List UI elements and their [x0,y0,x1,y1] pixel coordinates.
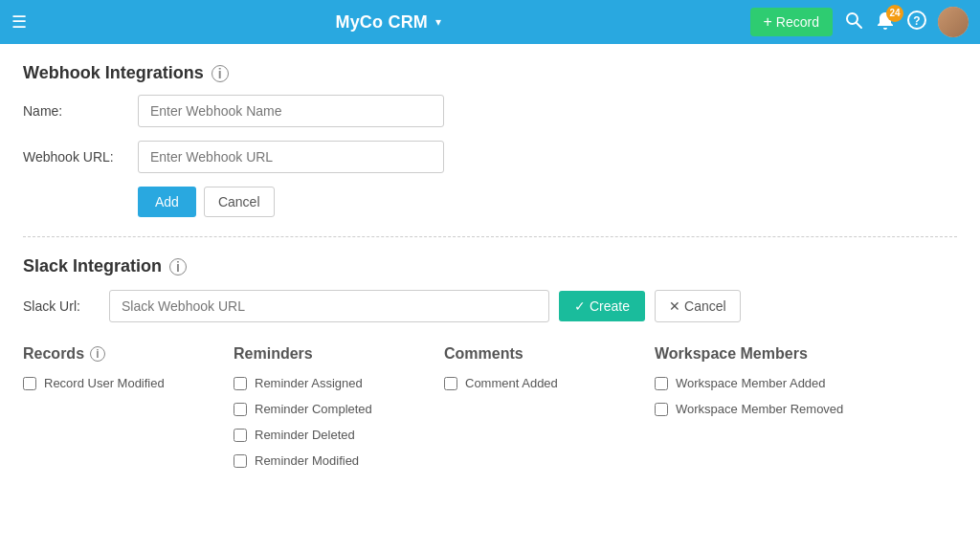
list-item: Reminder Completed [234,402,444,416]
name-label: Name: [23,103,138,119]
records-title: Records i [23,345,234,363]
reminder-assigned-label: Reminder Assigned [255,376,363,390]
dropdown-arrow-icon[interactable]: ▾ [435,15,441,29]
slack-url-input[interactable] [109,290,549,322]
record-button[interactable]: + Record [750,8,833,36]
reminder-modified-checkbox[interactable] [234,454,247,468]
list-item: Comment Added [444,376,655,390]
notification-badge: 24 [886,5,903,22]
workspace-members-title: Workspace Members [655,345,957,363]
list-item: Reminder Assigned [234,376,444,390]
avatar-image [938,7,969,37]
svg-line-1 [857,23,861,28]
comment-added-label: Comment Added [465,376,558,390]
workspace-members-column: Workspace Members Workspace Member Added… [655,345,957,479]
help-icon[interactable]: ? [907,11,926,34]
list-item: Reminder Deleted [234,428,444,442]
create-button-label: Create [590,298,630,314]
record-user-modified-checkbox[interactable] [23,377,36,390]
webhook-section-title: Webhook Integrations i [23,63,957,83]
app-title: MyCo CRM [335,12,428,33]
section-divider [23,236,957,237]
checkboxes-grid: Records i Record User Modified Reminders… [23,345,957,479]
reminder-completed-label: Reminder Completed [255,402,372,416]
header: ☰ MyCo CRM ▾ + Record 24 ? [0,0,980,44]
cancel-x-icon: ✕ [669,298,680,314]
records-column: Records i Record User Modified [23,345,234,479]
list-item: Workspace Member Added [655,376,957,390]
webhook-title-text: Webhook Integrations [23,63,204,83]
records-info-icon[interactable]: i [90,346,105,362]
comments-title: Comments [444,345,655,363]
record-button-label: Record [776,14,819,30]
workspace-member-removed-checkbox[interactable] [655,403,668,416]
slack-section-title: Slack Integration i [23,256,957,276]
create-check-icon: ✓ [574,298,586,314]
reminder-modified-label: Reminder Modified [255,453,359,468]
create-button[interactable]: ✓ Create [559,291,645,321]
reminder-assigned-checkbox[interactable] [234,377,247,390]
svg-text:?: ? [913,14,920,28]
slack-url-label: Slack Url: [23,298,100,314]
main-content: Webhook Integrations i Name: Webhook URL… [0,44,980,551]
slack-cancel-button[interactable]: ✕ Cancel [655,290,741,322]
hamburger-icon[interactable]: ☰ [11,11,27,33]
webhook-url-input[interactable] [138,141,444,173]
slack-url-row: Slack Url: ✓ Create ✕ Cancel [23,290,957,322]
reminder-deleted-checkbox[interactable] [234,429,247,442]
notification-bell[interactable]: 24 [875,11,896,34]
url-form-group: Webhook URL: [23,141,957,173]
list-item: Reminder Modified [234,453,444,468]
reminders-title: Reminders [234,345,444,363]
webhook-url-label: Webhook URL: [23,149,138,165]
record-user-modified-label: Record User Modified [44,376,165,390]
header-center: MyCo CRM ▾ [335,12,441,33]
header-right: + Record 24 ? [750,7,969,37]
add-button[interactable]: Add [138,187,196,217]
name-form-group: Name: [23,95,957,127]
list-item: Workspace Member Removed [655,402,957,416]
slack-title-text: Slack Integration [23,256,162,276]
header-left: ☰ [11,11,27,33]
webhook-info-icon[interactable]: i [212,65,229,82]
list-item: Record User Modified [23,376,234,390]
workspace-member-removed-label: Workspace Member Removed [676,402,843,416]
workspace-member-added-checkbox[interactable] [655,377,668,390]
comments-column: Comments Comment Added [444,345,655,479]
slack-info-icon[interactable]: i [169,258,187,276]
webhook-buttons: Add Cancel [138,187,957,217]
search-icon[interactable] [844,11,863,34]
reminder-deleted-label: Reminder Deleted [255,428,355,442]
webhook-name-input[interactable] [138,95,444,127]
reminders-column: Reminders Reminder Assigned Reminder Com… [234,345,444,479]
webhook-cancel-button[interactable]: Cancel [204,187,275,217]
workspace-member-added-label: Workspace Member Added [676,376,826,390]
reminder-completed-checkbox[interactable] [234,403,247,416]
slack-cancel-label: Cancel [684,298,726,314]
plus-icon: + [764,13,772,31]
comment-added-checkbox[interactable] [444,377,457,390]
avatar[interactable] [938,7,969,37]
